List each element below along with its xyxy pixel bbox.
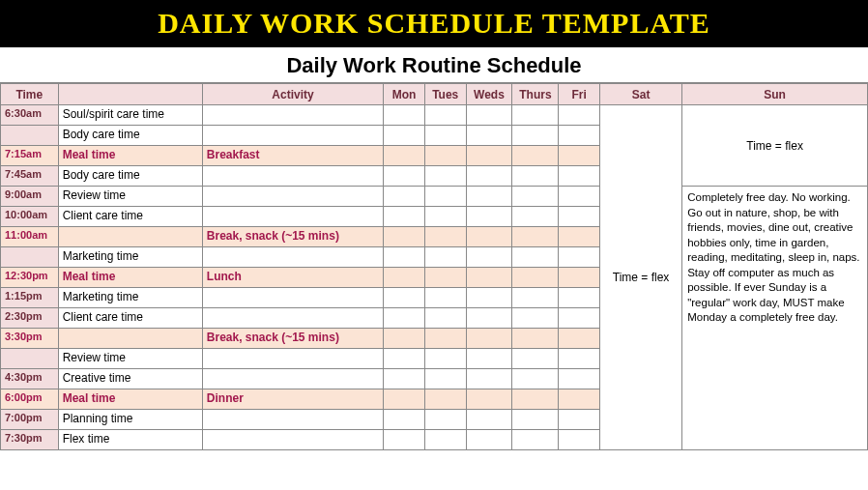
entry-cell: Review time <box>58 187 202 207</box>
entry-cell: Flex time <box>58 430 202 450</box>
time-cell: 7:45am <box>1 166 59 187</box>
day-cell <box>512 146 559 166</box>
day-cell <box>559 227 600 247</box>
activity-cell <box>202 105 383 126</box>
day-cell <box>466 369 512 389</box>
day-cell <box>559 410 600 430</box>
day-cell <box>559 105 600 126</box>
entry-cell: Client care time <box>58 308 202 329</box>
day-cell <box>384 187 425 207</box>
entry-cell: Meal time <box>58 146 202 166</box>
entry-cell: Meal time <box>58 268 202 288</box>
day-cell <box>512 308 559 329</box>
th-sun: Sun <box>682 84 868 105</box>
th-mon: Mon <box>384 84 425 105</box>
th-time: Time <box>1 84 59 105</box>
th-weds: Weds <box>466 84 512 105</box>
day-cell <box>424 227 466 247</box>
entry-cell: Creative time <box>58 369 202 389</box>
day-cell <box>384 369 425 389</box>
entry-cell: Review time <box>58 349 202 369</box>
day-cell <box>559 268 600 288</box>
day-cell <box>424 166 466 187</box>
activity-cell <box>202 349 383 369</box>
entry-cell: Marketing time <box>58 288 202 308</box>
banner-title: DAILY WORK SCHEDULE TEMPLATE <box>0 0 868 47</box>
entry-cell: Planning time <box>58 410 202 430</box>
th-entry <box>58 84 202 105</box>
time-cell: 7:00pm <box>1 410 59 430</box>
day-cell <box>559 389 600 410</box>
day-cell <box>559 288 600 308</box>
activity-cell <box>202 369 383 389</box>
day-cell <box>384 430 425 450</box>
day-cell <box>512 247 559 268</box>
day-cell <box>559 308 600 329</box>
activity-cell: Lunch <box>202 268 383 288</box>
time-cell: 1:15pm <box>1 288 59 308</box>
activity-cell <box>202 187 383 207</box>
th-thurs: Thurs <box>512 84 559 105</box>
activity-cell <box>202 126 383 146</box>
day-cell <box>512 410 559 430</box>
day-cell <box>512 207 559 227</box>
day-cell <box>384 166 425 187</box>
day-cell <box>424 389 466 410</box>
day-cell <box>512 166 559 187</box>
day-cell <box>384 268 425 288</box>
subtitle: Daily Work Routine Schedule <box>0 47 868 83</box>
day-cell <box>424 146 466 166</box>
day-cell <box>466 187 512 207</box>
day-cell <box>559 126 600 146</box>
sun-block-top: Time = flex <box>682 105 868 187</box>
day-cell <box>424 207 466 227</box>
day-cell <box>512 105 559 126</box>
day-cell <box>559 329 600 349</box>
day-cell <box>466 389 512 410</box>
day-cell <box>559 247 600 268</box>
day-cell <box>466 308 512 329</box>
day-cell <box>512 227 559 247</box>
day-cell <box>559 146 600 166</box>
day-cell <box>466 410 512 430</box>
day-cell <box>384 146 425 166</box>
day-cell <box>424 126 466 146</box>
day-cell <box>384 207 425 227</box>
entry-cell: Client care time <box>58 207 202 227</box>
day-cell <box>384 410 425 430</box>
day-cell <box>424 247 466 268</box>
table-row: 6:30amSoul/spirit care timeTime = flexTi… <box>1 105 868 126</box>
day-cell <box>512 369 559 389</box>
day-cell <box>466 288 512 308</box>
sun-block-body: Completely free day. No working. Go out … <box>682 187 868 450</box>
day-cell <box>466 430 512 450</box>
entry-cell <box>58 227 202 247</box>
activity-cell <box>202 166 383 187</box>
th-tues: Tues <box>424 84 466 105</box>
time-cell: 6:00pm <box>1 389 59 410</box>
day-cell <box>512 268 559 288</box>
day-cell <box>384 349 425 369</box>
day-cell <box>466 166 512 187</box>
activity-cell: Break, snack (~15 mins) <box>202 227 383 247</box>
day-cell <box>512 126 559 146</box>
day-cell <box>384 288 425 308</box>
entry-cell <box>58 329 202 349</box>
day-cell <box>384 126 425 146</box>
entry-cell: Meal time <box>58 389 202 410</box>
day-cell <box>384 105 425 126</box>
day-cell <box>466 126 512 146</box>
time-cell: 4:30pm <box>1 369 59 389</box>
entry-cell: Marketing time <box>58 247 202 268</box>
time-cell: 7:30pm <box>1 430 59 450</box>
entry-cell: Body care time <box>58 126 202 146</box>
time-cell: 12:30pm <box>1 268 59 288</box>
day-cell <box>512 187 559 207</box>
activity-cell <box>202 247 383 268</box>
activity-cell: Dinner <box>202 389 383 410</box>
day-cell <box>466 329 512 349</box>
day-cell <box>424 288 466 308</box>
th-fri: Fri <box>559 84 600 105</box>
day-cell <box>512 329 559 349</box>
activity-cell: Breakfast <box>202 146 383 166</box>
